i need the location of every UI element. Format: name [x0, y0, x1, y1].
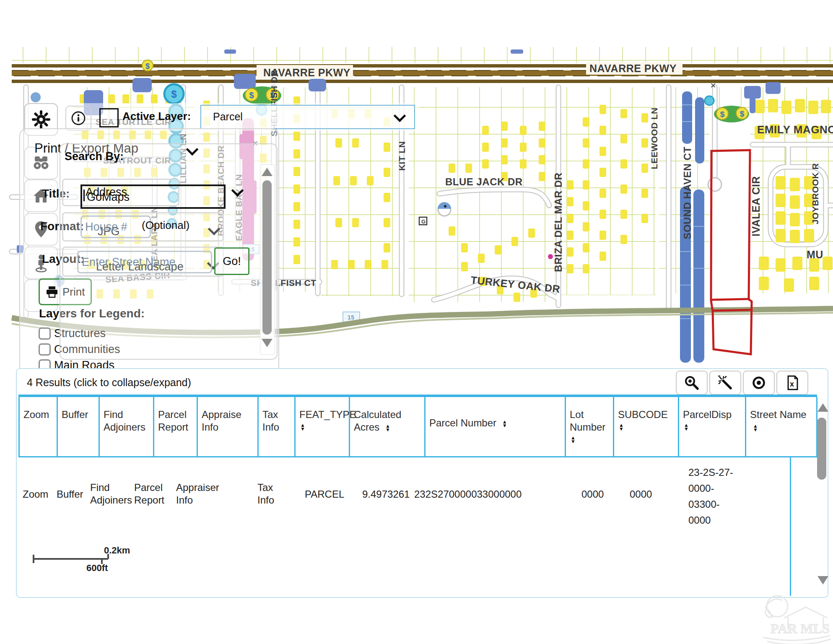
scale-ft-label: 600ft — [86, 563, 108, 574]
svg-text:x: x — [790, 380, 794, 388]
zoom-to-results-button[interactable] — [676, 371, 708, 395]
info-button[interactable] — [65, 106, 91, 131]
street-label: EMILY MAGNO — [757, 123, 833, 136]
street-label: MU — [807, 249, 823, 260]
svg-text:$: $ — [720, 110, 725, 119]
chevron-down-icon — [394, 110, 406, 122]
center-target-button[interactable] — [743, 371, 775, 395]
scroll-up-icon[interactable] — [262, 168, 272, 176]
optional-label: (Optional) — [142, 219, 189, 232]
magnifier-plus-icon — [683, 374, 700, 391]
col-header-feat-type[interactable]: FEAT_TYPE ▲▼ — [294, 397, 349, 457]
col-header-appraise-info[interactable]: Appraise Info — [197, 397, 257, 457]
table-scroll-down-icon[interactable] — [817, 576, 828, 584]
col-header-calculated-acres[interactable]: Calculated Acres ▲▼ — [349, 397, 424, 457]
row-action-zoom[interactable]: Zoom — [23, 488, 48, 501]
table-scroll-up-icon[interactable] — [817, 403, 828, 412]
x-marker: ✕ — [710, 82, 716, 90]
sort-icon[interactable]: ▲▼ — [684, 423, 742, 431]
excel-export-icon: x — [784, 374, 801, 392]
street-label: LEEWOOD LN — [649, 107, 659, 169]
col-header-parcel-report[interactable]: Parcel Report — [153, 397, 197, 457]
title-input-value: GoMaps — [87, 191, 130, 204]
select-area-icon[interactable] — [99, 108, 119, 127]
row-parceldisp: 23-2S-27- 0000- 03300- 0000 — [688, 465, 733, 528]
col-header-parceldisp[interactable]: ParcelDisp ▲▼ — [678, 397, 745, 457]
scroll-down-icon[interactable] — [262, 339, 272, 347]
svg-text:$: $ — [740, 109, 745, 118]
sort-icon[interactable]: ▲▼ — [753, 424, 758, 432]
row-calculated-acres: 9.4973261 — [362, 488, 410, 501]
watermark-logo: PAR MLS — [760, 592, 833, 644]
checkbox[interactable] — [39, 343, 51, 356]
row-action-appraiser-info[interactable]: Appraiser Info — [176, 481, 223, 506]
go-button-label: Go! — [223, 255, 241, 268]
street-label: KIT LN — [397, 141, 407, 171]
col-header-street-name[interactable]: Street Name ▲▼ — [745, 397, 816, 457]
street-name-input[interactable] — [77, 251, 212, 273]
row-action-buffer[interactable]: Buffer — [57, 488, 83, 501]
house-number-input[interactable] — [80, 216, 151, 238]
col-header-tax-info[interactable]: Tax Info — [257, 397, 294, 457]
col-header-subcode[interactable]: SUBCODE ▲▼ — [613, 397, 678, 457]
results-title[interactable]: 4 Results (click to collapse/expand) — [27, 377, 191, 389]
street-label: IVALEA CIR — [750, 176, 762, 236]
svg-text:$: $ — [145, 62, 150, 70]
checkbox[interactable] — [39, 327, 51, 340]
sort-icon[interactable]: ▲▼ — [502, 420, 507, 428]
col-header-buffer[interactable]: Buffer — [57, 397, 99, 457]
search-by-heading: Search By: — [65, 150, 124, 163]
export-excel-button[interactable]: x — [776, 371, 808, 395]
row-action-tax-info[interactable]: Tax Info — [257, 481, 283, 506]
dialog-scrollbar-thumb[interactable] — [262, 180, 272, 335]
map-marker-label: G — [421, 218, 426, 225]
street-label: BRIZA DEL MAR DR — [553, 172, 564, 272]
active-layer-label: Active Layer: — [122, 110, 191, 123]
magic-wand-button[interactable] — [709, 371, 741, 395]
row-feat-type: PARCEL — [305, 488, 344, 501]
street-label: SOUND HAVEN CT — [682, 146, 693, 239]
magic-wand-icon — [716, 374, 734, 391]
row-action-find-adjoiners[interactable]: Find Adjoiners — [90, 481, 134, 506]
street-label: NAVARRE PKWY — [589, 62, 677, 74]
sort-icon[interactable]: ▲▼ — [571, 436, 610, 444]
svg-text:$: $ — [171, 88, 177, 100]
text-caret — [83, 190, 85, 201]
printer-icon — [46, 286, 58, 298]
active-layer-select[interactable]: Parcel — [200, 105, 415, 129]
row-subcode: 0000 — [630, 488, 652, 501]
row-action-parcel-report[interactable]: Parcel Report — [134, 481, 172, 506]
col-header-lot-number[interactable]: Lot Number ▲▼ — [565, 397, 613, 457]
sort-icon[interactable]: ▲▼ — [300, 423, 345, 431]
col-header-zoom[interactable]: Zoom — [18, 397, 57, 457]
sort-icon[interactable]: ▲▼ — [619, 423, 675, 431]
table-scrollbar-thumb[interactable] — [817, 418, 826, 480]
street-label: BLUE JACK DR — [445, 176, 523, 187]
app-window: { "active_layer": { "label": "Active Lay… — [0, 0, 833, 644]
info-icon — [70, 110, 86, 126]
row-parcel-number: 232S270000033000000 — [414, 488, 522, 501]
map-marker-label: 15 — [348, 314, 355, 321]
col-header-find-adjoiners[interactable]: Find Adjoiners — [99, 397, 153, 457]
scale-bar: 0.2km 600ft — [33, 545, 142, 574]
street-label: JOYBROOK R — [810, 163, 820, 224]
watermark-text: PAR MLS — [771, 621, 830, 636]
gear-icon — [31, 110, 51, 129]
col-header-parcel-number[interactable]: Parcel Number ▲▼ — [424, 397, 565, 457]
row-lot-number: 0000 — [581, 488, 604, 501]
go-button[interactable]: Go! — [214, 247, 249, 275]
active-layer-value: Parcel — [213, 111, 243, 123]
svg-text:$: $ — [249, 91, 254, 100]
sort-icon[interactable]: ▲▼ — [385, 424, 390, 432]
bullseye-icon — [750, 374, 767, 391]
